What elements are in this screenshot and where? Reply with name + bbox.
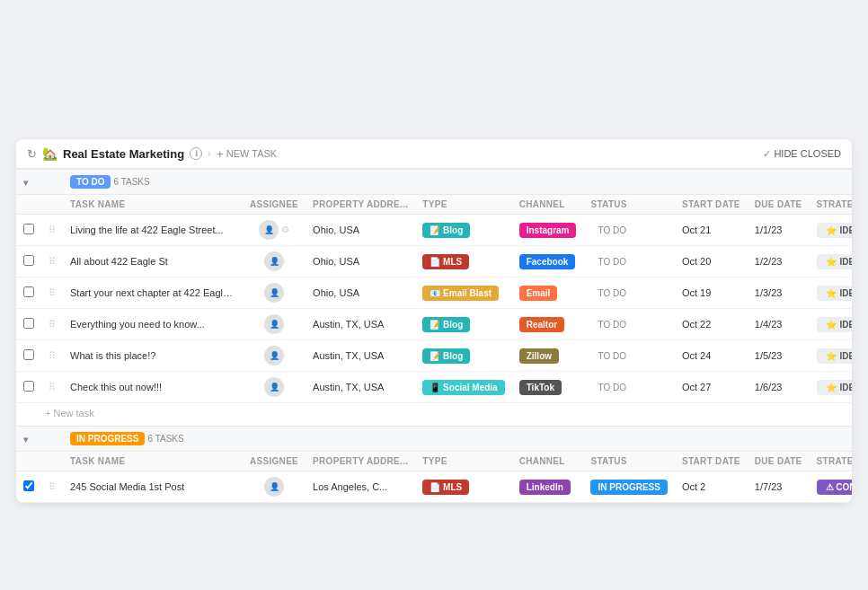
strategy-pill[interactable]: ⭐ IDEA [817,380,852,395]
avatar: 👤 [264,283,284,303]
property-cell: Austin, TX, USA [306,372,415,403]
strategy-pill[interactable]: ⭐ IDEA [817,223,852,238]
strategy-pill[interactable]: ⭐ IDEA [817,317,852,332]
hide-closed-button[interactable]: ✓ HIDE CLOSED [763,148,841,160]
channel-pill[interactable]: Email [519,286,558,301]
avatar: 👤 [264,377,284,397]
col-channel: CHANNEL [512,452,584,471]
channel-cell: Realtor [512,309,584,340]
drag-handle[interactable]: ⠿ [41,309,63,340]
table-row: ⠿ What is this place!? 👤 Austin, TX, USA… [16,340,852,372]
assignee-cell: 👤 [243,277,306,309]
type-pill[interactable]: 📄 MLS [422,480,469,495]
row-checkbox[interactable] [23,381,34,392]
avatar: 👤 [264,346,284,365]
type-pill[interactable]: 📱 Social Media [422,380,504,395]
property-cell: Austin, TX, USA [306,340,415,372]
assignee-cell: 👤 [243,246,306,277]
type-pill[interactable]: 📄 MLS [422,254,469,269]
drag-handle[interactable]: ⠿ [41,340,63,372]
strategy-cell: ⭐ IDEA [810,309,852,340]
task-name[interactable]: 245 Social Media 1st Post [63,471,243,503]
channel-cell: TikTok [512,372,584,403]
table-row: ⠿ Living the life at 422 Eagle Street...… [16,215,852,246]
type-cell: 📄 MLS [415,246,511,277]
todo-col-headers: TASK NAME ASSIGNEE PROPERTY ADDRE... TYP… [16,195,852,215]
status-cell: IN PROGRESS [583,471,674,503]
new-task-row[interactable]: + New task [16,403,852,427]
type-pill[interactable]: 📝 Blog [422,317,470,332]
type-pill[interactable]: 📧 Email Blast [422,286,499,301]
strategy-pill[interactable]: ⚠ CONTENT WAITING [817,480,852,495]
status-pill[interactable]: TO DO [590,254,633,269]
row-checkbox[interactable] [23,318,34,329]
strategy-cell: ⭐ IDEA [810,246,852,277]
channel-pill[interactable]: LinkedIn [519,480,571,495]
task-name[interactable]: Start your next chapter at 422 Eagle St [63,277,243,309]
col-due-date: DUE DATE [748,452,810,471]
table-row: ⠿ 245 Social Media 1st Post 👤 Los Angele… [16,471,852,503]
status-cell: TO DO [583,215,674,246]
strategy-pill[interactable]: ⭐ IDEA [817,254,852,269]
status-pill[interactable]: TO DO [590,380,633,395]
task-name[interactable]: What is this place!? [63,340,243,372]
row-checkbox[interactable] [23,255,34,266]
channel-cell: Instagram [512,215,584,246]
status-pill[interactable]: TO DO [590,348,633,364]
drag-handle[interactable]: ⠿ [41,372,63,403]
start-date-cell: Oct 2 [675,471,748,503]
row-checkbox[interactable] [23,224,34,234]
col-assignee: ASSIGNEE [243,195,306,215]
drag-handle[interactable]: ⠿ [41,277,63,309]
strategy-pill[interactable]: ⭐ IDEA [817,286,852,301]
task-name[interactable]: Everything you need to know... [63,309,243,340]
start-date-cell: Oct 19 [675,277,748,309]
start-date-cell: Oct 27 [675,372,748,403]
status-pill[interactable]: TO DO [590,317,633,332]
row-checkbox[interactable] [23,286,34,297]
type-cell: 📱 Social Media [415,372,511,403]
channel-pill[interactable]: Facebook [519,254,576,269]
status-pill[interactable]: IN PROGRESS [590,480,667,495]
info-icon[interactable]: ℹ [190,147,202,160]
property-cell: Ohio, USA [306,277,415,309]
assignee-gear[interactable]: ⚙ [281,225,289,234]
channel-pill[interactable]: Instagram [519,223,577,238]
channel-pill[interactable]: TikTok [519,380,562,395]
drag-handle[interactable]: ⠿ [41,246,63,277]
table-row: ⠿ Everything you need to know... 👤 Austi… [16,309,852,340]
col-property: PROPERTY ADDRE... [306,452,415,471]
col-status: STATUS [583,452,674,471]
col-strategy: STRATEGY STAGE [810,452,852,471]
property-cell: Ohio, USA [306,215,415,246]
new-task-header-button[interactable]: NEW TASK [217,147,277,161]
row-checkbox[interactable] [23,480,34,491]
channel-cell: LinkedIn [512,471,584,503]
col-property: PROPERTY ADDRE... [306,195,415,215]
start-date-cell: Oct 22 [675,309,748,340]
task-name[interactable]: Check this out now!!! [63,372,243,403]
due-date-cell: 1/7/23 [748,471,810,503]
avatar: 👤 [259,220,279,240]
col-type: TYPE [415,452,511,471]
channel-pill[interactable]: Zillow [519,348,559,364]
task-name[interactable]: All about 422 Eagle St [63,246,243,277]
new-task-label[interactable]: + New task [16,403,852,427]
drag-handle[interactable]: ⠿ [41,471,63,503]
status-pill[interactable]: TO DO [590,286,633,301]
col-due-date: DUE DATE [748,195,810,215]
row-checkbox[interactable] [23,349,34,360]
status-pill[interactable]: TO DO [590,223,633,238]
status-cell: TO DO [583,372,674,403]
type-pill[interactable]: 📝 Blog [422,348,470,364]
drag-handle[interactable]: ⠿ [41,215,63,246]
header-refresh-icon: ↻ [27,147,37,161]
inprogress-collapse-arrow[interactable]: ▾ [23,435,28,445]
todo-count: 6 TASKS [113,177,149,187]
strategy-pill[interactable]: ⭐ IDEA [817,348,852,364]
channel-pill[interactable]: Realtor [519,317,564,332]
todo-collapse-arrow[interactable]: ▾ [23,178,28,188]
task-name[interactable]: Living the life at 422 Eagle Street... [63,215,243,246]
col-task-name: TASK NAME [63,195,243,215]
type-pill[interactable]: 📝 Blog [422,223,470,238]
